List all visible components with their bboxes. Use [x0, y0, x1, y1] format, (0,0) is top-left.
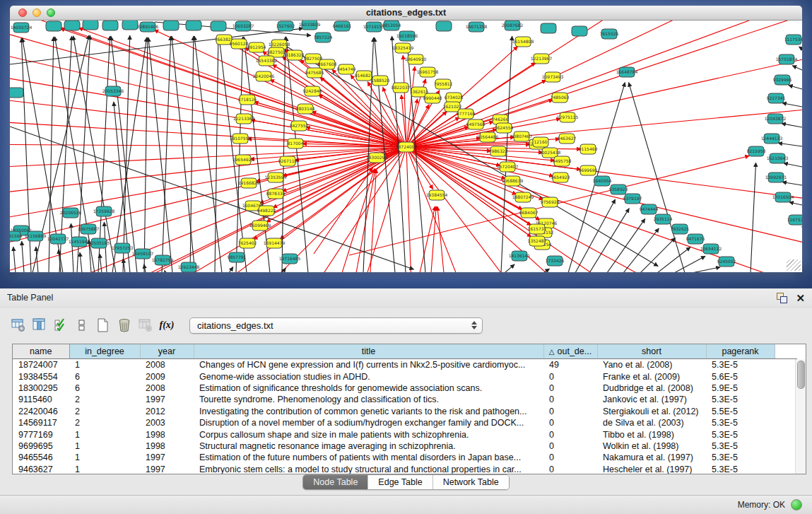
table-cell[interactable]: 0 [543, 464, 597, 474]
graph-node[interactable]: 10807467 [511, 132, 533, 141]
table-cell[interactable]: Nakamura et al. (1997) [597, 452, 706, 463]
table-cell[interactable]: 5.3E-5 [706, 359, 775, 371]
graph-node[interactable] [10, 88, 23, 98]
graph-node[interactable]: 6734028 [445, 93, 464, 103]
graph-node[interactable]: 19166829 [238, 178, 260, 188]
table-cell[interactable]: 0 [543, 406, 597, 417]
table-cell[interactable]: 0 [543, 394, 597, 405]
graph-node[interactable]: 16099469 [249, 221, 271, 230]
graph-node[interactable]: 9857791 [228, 252, 247, 262]
column-header-in-degree[interactable]: in_degree [69, 344, 140, 359]
table-row[interactable]: 911546021997Tourette syndrome. Phenomeno… [13, 394, 797, 405]
graph-node[interactable]: 12505185 [88, 238, 110, 248]
graph-node[interactable]: 9227341 [767, 93, 786, 103]
table-cell[interactable]: Wolkin et al. (1998) [597, 440, 706, 452]
graph-node[interactable]: 7932621 [671, 224, 690, 234]
graph-node[interactable]: 12042737 [47, 234, 69, 244]
graph-node[interactable]: 9498222 [257, 206, 276, 216]
graph-node[interactable]: 15751874 [776, 54, 798, 64]
delete-columns-trash-icon[interactable] [116, 316, 133, 334]
graph-edge[interactable] [165, 271, 165, 272]
table-cell[interactable]: 1997 [140, 394, 194, 405]
table-row[interactable]: 2242004622012Investigating the contribut… [13, 406, 797, 417]
graph-node[interactable]: 9242848 [303, 86, 322, 96]
function-builder-icon[interactable]: f(x) [158, 316, 175, 334]
graph-node[interactable]: 19384554 [426, 190, 448, 200]
graph-edge[interactable] [22, 241, 24, 272]
table-cell[interactable]: 1998 [140, 440, 194, 452]
table-cell[interactable]: 1998 [140, 428, 194, 440]
graph-node[interactable]: 10653287 [233, 21, 254, 31]
graph-node[interactable]: 11451942 [69, 237, 90, 247]
memory-status-icon[interactable] [791, 499, 802, 510]
table-cell[interactable]: 0 [543, 417, 597, 428]
graph-edge[interactable] [629, 83, 685, 272]
delete-table-icon[interactable] [137, 316, 154, 334]
table-cell[interactable]: 5.6E-5 [706, 370, 775, 382]
graph-node[interactable]: 2718126 [238, 95, 257, 105]
graph-node[interactable]: 11156869 [25, 231, 47, 241]
graph-node[interactable]: 9245052 [717, 257, 736, 267]
graph-node[interactable]: 8912954 [247, 42, 266, 52]
table-row[interactable]: 1830029562008Estimation of significance … [13, 382, 797, 394]
graph-edge[interactable] [236, 37, 243, 272]
graph-node[interactable]: 9329966 [773, 75, 792, 85]
table-row[interactable]: 946362711997Embryonic stem cells: a mode… [13, 464, 797, 474]
graph-node[interactable]: 6379197 [623, 194, 642, 204]
graph-node[interactable]: 16961758 [417, 67, 439, 77]
graph-node[interactable]: 9560128 [230, 39, 249, 49]
column-header-year[interactable]: year [140, 344, 194, 359]
graph-node[interactable]: 12444133 [761, 134, 783, 144]
graph-node[interactable]: 9699695 [579, 165, 598, 175]
graph-node[interactable] [64, 21, 80, 30]
graph-node[interactable]: 2803144 [296, 104, 315, 114]
graph-edge[interactable] [420, 206, 435, 272]
graph-node[interactable]: 6497568 [466, 119, 486, 129]
graph-edge[interactable] [784, 163, 802, 167]
graph-node[interactable]: 12353594 [265, 173, 287, 182]
graph-node[interactable]: 12160 [533, 137, 548, 147]
network-window-titlebar[interactable]: citations_edges.txt [10, 6, 802, 21]
graph-node[interactable]: 16648784 [616, 67, 638, 77]
graph-node[interactable]: 1588520 [371, 76, 390, 86]
table-cell[interactable]: Structural magnetic resonance image aver… [194, 440, 543, 452]
table-cell[interactable]: 0 [543, 428, 597, 440]
graph-node[interactable]: 10975887 [78, 224, 100, 234]
table-cell[interactable]: 5.3E-5 [706, 464, 775, 474]
graph-node[interactable]: 18107554 [230, 134, 252, 144]
graph-edge[interactable] [782, 182, 802, 185]
graph-edge[interactable] [406, 147, 433, 189]
graph-node[interactable]: 1527602 [276, 21, 295, 31]
table-settings-icon[interactable] [10, 316, 27, 334]
table-row[interactable]: 1872400712008Changes of HCN gene express… [13, 359, 797, 371]
table-cell[interactable]: de Silva et al. (2003) [597, 417, 706, 428]
table-cell[interactable]: 2008 [140, 382, 194, 394]
graph-edge[interactable] [282, 37, 286, 272]
table-cell[interactable]: 0 [543, 440, 597, 452]
table-cell[interactable]: 1997 [140, 464, 194, 474]
graph-edge[interactable] [789, 202, 802, 205]
graph-edge[interactable] [589, 209, 629, 272]
table-cell[interactable]: 1 [69, 464, 140, 474]
graph-node[interactable]: 12975115 [557, 112, 579, 122]
graph-node[interactable]: 7485063 [551, 93, 570, 103]
graph-node[interactable]: 9267110 [278, 156, 298, 166]
graph-node[interactable]: 17359928 [93, 206, 115, 216]
graph-node[interactable] [572, 26, 587, 36]
table-cell[interactable]: 9465546 [13, 452, 69, 463]
graph-node[interactable]: 9684067 [519, 208, 539, 218]
graph-node[interactable]: 9463627 [558, 134, 577, 144]
graph-node[interactable] [541, 23, 556, 33]
graph-node[interactable]: 2935114 [654, 214, 673, 224]
table-cell[interactable]: 5.9E-5 [706, 382, 775, 394]
graph-node[interactable]: 20206526 [60, 208, 82, 218]
graph-edge[interactable] [13, 247, 16, 272]
column-header-title[interactable]: title [194, 344, 543, 359]
table-cell[interactable]: 2 [69, 406, 140, 417]
graph-node[interactable]: 18724007 [396, 142, 418, 152]
graph-node[interactable]: 15720407 [497, 162, 519, 172]
table-cell[interactable]: 5.3E-5 [706, 417, 775, 428]
graph-node[interactable]: 10973493 [542, 72, 564, 82]
table-cell[interactable]: Corpus callosum shape and size in male p… [194, 428, 543, 440]
table-cell[interactable]: 18724007 [13, 359, 69, 371]
